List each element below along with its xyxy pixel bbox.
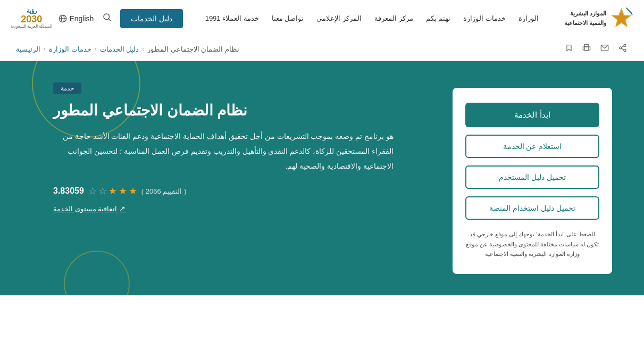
breadcrumb-sep-2: › — [95, 45, 97, 53]
breadcrumb-ministry-services[interactable]: خدمات الوزارة — [49, 45, 91, 53]
rating-count: ( التقييم 2066 ) — [141, 187, 186, 195]
language-button[interactable]: English — [58, 14, 94, 23]
share-button[interactable] — [617, 43, 628, 55]
star-4: ☆ — [98, 185, 107, 197]
nav-item-contact[interactable]: تواصل معنا — [265, 10, 311, 27]
external-link-icon: ↗ — [119, 204, 126, 213]
nav-item-ministry-services[interactable]: خدمات الوزارة — [457, 10, 512, 27]
ministry-star-icon — [609, 6, 633, 30]
service-badge: خدمة — [53, 82, 81, 94]
main-content: ابدأ الخدمة استعلام عن الخدمة تحميل دليل… — [0, 61, 644, 295]
main-nav: الوزارة خدمات الوزارة نهتم بكم مركز المع… — [199, 10, 545, 27]
breadcrumb-services-guide[interactable]: دليل الخدمات — [100, 45, 139, 53]
vision-logo: رؤية 2030 المملكة العربية السعودية — [11, 7, 52, 29]
nav-item-media[interactable]: المركز الإعلامي — [310, 10, 368, 27]
breadcrumb: الرئيسية › خدمات الوزارة › دليل الخدمات … — [16, 45, 239, 53]
bookmark-icon — [565, 44, 573, 52]
star-2: ★ — [119, 185, 127, 197]
nav-item-care[interactable]: نهتم بكم — [420, 10, 457, 27]
email-button[interactable] — [599, 43, 610, 55]
star-1: ★ — [129, 185, 137, 197]
svg-line-13 — [622, 46, 624, 47]
search-icon — [102, 12, 112, 22]
panel-disclaimer: الضغط على 'ابدأ الخدمة' يوجهك إلى موقع خ… — [465, 229, 599, 259]
breadcrumb-sep-1: › — [44, 45, 46, 53]
globe-icon — [58, 14, 67, 23]
ministry-name: الموارد البشرية والتنمية الاجتماعية — [564, 9, 606, 28]
svg-point-10 — [620, 47, 622, 49]
breadcrumb-bar: الرئيسية › خدمات الوزارة › دليل الخدمات … — [0, 37, 644, 61]
sla-link[interactable]: ↗ اتفاقية مستوى الخدمة — [53, 204, 126, 213]
service-title: نظام الضمان الاجتماعي المطور — [53, 102, 247, 119]
service-info-panel: خدمة نظام الضمان الاجتماعي المطور هو برن… — [32, 82, 453, 213]
svg-point-4 — [104, 14, 110, 20]
search-button[interactable] — [100, 10, 114, 27]
svg-rect-16 — [584, 44, 589, 47]
download-platform-guide-button[interactable]: تحميل دليل استخدام المنصة — [465, 196, 599, 220]
share-icon — [618, 44, 627, 52]
print-icon — [582, 44, 591, 52]
inquire-service-button[interactable]: استعلام عن الخدمة — [465, 135, 599, 158]
stars: ☆ ☆ ★ ★ ★ — [88, 185, 137, 197]
breadcrumb-home[interactable]: الرئيسية — [16, 45, 40, 53]
header-left: دليل الخدمات English رؤية 2030 المملكة ا… — [11, 7, 183, 29]
rating-row: ( التقييم 2066 ) ☆ ☆ ★ ★ ★ 3.83059 — [53, 185, 186, 197]
language-label: English — [69, 14, 94, 23]
svg-rect-15 — [584, 47, 589, 51]
share-icons — [564, 43, 628, 55]
bookmark-button[interactable] — [564, 43, 574, 55]
nav-item-customer-service[interactable]: خدمة العملاء 1991 — [199, 10, 265, 27]
nav-item-ministry[interactable]: الوزارة — [512, 10, 545, 27]
start-service-button[interactable]: ابدأ الخدمة — [465, 103, 599, 127]
service-description: هو برنامج تم وضعه بموجب التشريعات من أجل… — [53, 129, 394, 173]
svg-line-5 — [109, 19, 111, 21]
svg-point-9 — [624, 44, 626, 46]
nav-item-knowledge[interactable]: مركز المعرفة — [368, 10, 420, 27]
rating-score: 3.83059 — [53, 186, 84, 196]
sla-link-text: اتفاقية مستوى الخدمة — [53, 205, 117, 213]
print-button[interactable] — [581, 43, 592, 55]
breadcrumb-current: نظام الضمان الاجتماعي المطور — [147, 45, 239, 53]
svg-line-12 — [622, 48, 624, 50]
breadcrumb-sep-3: › — [142, 45, 144, 53]
svg-point-11 — [624, 49, 626, 52]
svg-line-3 — [628, 9, 632, 15]
email-icon — [600, 44, 609, 52]
star-5: ☆ — [88, 185, 97, 197]
header-right: الموارد البشرية والتنمية الاجتماعية الوز… — [199, 6, 633, 30]
site-header: الموارد البشرية والتنمية الاجتماعية الوز… — [0, 0, 644, 37]
star-3: ★ — [108, 185, 117, 197]
ministry-logo: الموارد البشرية والتنمية الاجتماعية — [564, 6, 633, 30]
action-panel: ابدأ الخدمة استعلام عن الخدمة تحميل دليل… — [453, 88, 612, 274]
services-guide-button[interactable]: دليل الخدمات — [120, 9, 183, 28]
download-user-guide-button[interactable]: تحميل دليل المستخدم — [465, 165, 599, 189]
